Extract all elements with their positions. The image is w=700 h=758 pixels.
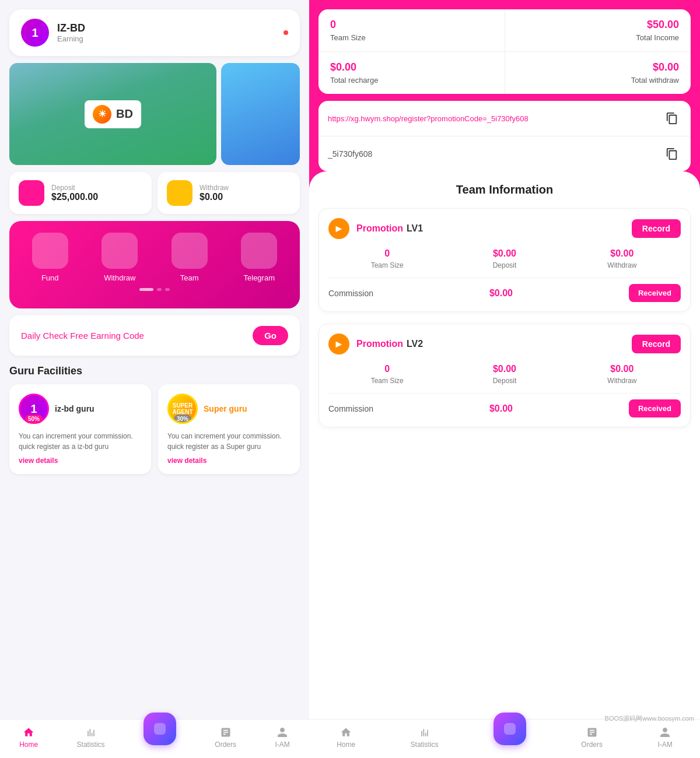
banner-area: ☀ BD [9, 63, 300, 165]
app-subtitle: Earning [57, 34, 85, 43]
izbd-badge: 50% [25, 415, 43, 423]
header-text: IZ-BD Earning [57, 22, 85, 43]
referral-code-text: _5i730fy608 [328, 149, 663, 159]
deposit-icon [19, 180, 44, 206]
total-recharge-cell: $0.00 Total recharge [318, 52, 505, 94]
record-lv1-button[interactable]: Record [632, 219, 681, 238]
nav-center[interactable] [144, 724, 176, 745]
super-guru-card[interactable]: SUPERAGENT 30% Super guru You can increm… [158, 384, 300, 474]
right-nav-center[interactable] [494, 724, 526, 745]
lv2-team-size-value: 0 [328, 364, 446, 374]
right-nav-iam[interactable]: I-AM [657, 727, 672, 749]
nav-home[interactable]: Home [19, 727, 38, 749]
total-withdraw-cell: $0.00 Total withdraw [505, 52, 691, 94]
deposit-amount: $25,000.00 [51, 192, 98, 202]
lv2-team-size-label: Team Size [328, 377, 446, 385]
lv1-commission-label: Commission [328, 289, 373, 298]
right-center-button[interactable] [494, 713, 526, 745]
promo-lv2-header: ► Promotion LV2 Record [328, 334, 681, 355]
deposit-label: Deposit [51, 184, 98, 192]
lv2-withdraw-label: Withdraw [564, 377, 681, 385]
lv1-team-size-label: Team Size [328, 261, 446, 269]
banner-side [221, 63, 300, 165]
app-title: IZ-BD [57, 22, 85, 34]
dot-2 [157, 288, 162, 291]
team-size-cell: 0 Team Size [318, 9, 505, 52]
total-withdraw-value: $0.00 [517, 61, 680, 73]
promo-lv2-title: Promotion [356, 339, 403, 349]
lv1-deposit-label: Deposit [446, 261, 563, 269]
received-lv2-button[interactable]: Received [629, 399, 681, 417]
team-size-label: Team Size [330, 33, 493, 42]
statistics-icon [85, 727, 97, 738]
right-nav-iam-label: I-AM [657, 741, 672, 749]
promo-lv1-title: Promotion [356, 223, 403, 234]
lv1-team-size-value: 0 [328, 248, 446, 259]
lv2-deposit-label: Deposit [446, 377, 563, 385]
withdraw-card[interactable]: Withdraw $0.00 [158, 172, 300, 214]
izbd-view-details[interactable]: view details [19, 457, 142, 465]
notification-dot [284, 30, 288, 35]
copy-link-icon [666, 112, 678, 125]
withdraw-amount: $0.00 [200, 192, 229, 202]
nav-iam[interactable]: I-AM [275, 727, 289, 749]
pink-banner: Fund Withdraw Team Telegram [9, 221, 300, 308]
right-white-section: Team Information ► Promotion LV1 Record … [309, 171, 700, 719]
deposit-card[interactable]: Deposit $25,000.00 [9, 172, 152, 214]
nav-orders[interactable]: Orders [215, 727, 236, 749]
super-view-details[interactable]: view details [167, 457, 290, 465]
lv2-commission-value: $0.00 [489, 403, 513, 414]
super-guru-header: SUPERAGENT 30% Super guru [167, 394, 290, 424]
referral-link-text: https://xg.hwym.shop/register?promotionC… [328, 114, 663, 123]
left-panel: 1 IZ-BD Earning ☀ BD Deposit $25,000.00 [0, 0, 309, 758]
promo-lv2-commission-row: Commission $0.00 Received [328, 393, 681, 417]
banner-main: ☀ BD [9, 63, 216, 165]
copy-link-button[interactable] [663, 109, 681, 128]
promotion-lv1-card: ► Promotion LV1 Record 0 Team Size $0.00… [318, 208, 691, 312]
withdraw-item[interactable]: Withdraw [102, 233, 138, 282]
right-nav-orders[interactable]: Orders [581, 727, 603, 749]
nav-statistics[interactable]: Statistics [77, 727, 105, 749]
lv2-team-size: 0 Team Size [328, 364, 446, 385]
referral-card: https://xg.hwym.shop/register?promotionC… [318, 101, 691, 171]
record-lv2-button[interactable]: Record [632, 335, 681, 353]
stats-row-2: $0.00 Total recharge $0.00 Total withdra… [318, 52, 691, 94]
watermark: BOOS源码网www.boosym.com [605, 714, 694, 723]
promotion-lv2-card: ► Promotion LV2 Record 0 Team Size $0.00… [318, 324, 691, 427]
izbd-guru-card[interactable]: 1 50% iz-bd guru You can increment your … [9, 384, 151, 474]
telegram-item[interactable]: Telegram [241, 233, 277, 282]
check-code-text: Daily Check Free Earning Code [21, 331, 144, 341]
go-button[interactable]: Go [253, 326, 288, 345]
total-income-value: $50.00 [517, 19, 680, 31]
lv1-withdraw-label: Withdraw [564, 261, 681, 269]
team-info-title: Team Information [318, 183, 691, 196]
guru-cards: 1 50% iz-bd guru You can increment your … [9, 384, 300, 474]
bd-sign: ☀ BD [85, 100, 141, 128]
right-profile-icon [659, 727, 671, 738]
app-logo: 1 [21, 19, 49, 47]
promo-lv2-level: LV2 [407, 339, 423, 349]
fund-item[interactable]: Fund [32, 233, 68, 282]
stats-card: 0 Team Size $50.00 Total Income $0.00 To… [318, 9, 691, 94]
pink-banner-icons: Fund Withdraw Team Telegram [15, 233, 294, 282]
deposit-info: Deposit $25,000.00 [51, 184, 98, 202]
telegram-label: Telegram [244, 273, 275, 282]
referral-link-row: https://xg.hwym.shop/register?promotionC… [318, 101, 691, 136]
received-lv1-button[interactable]: Received [629, 284, 681, 302]
izbd-guru-header: 1 50% iz-bd guru [19, 394, 142, 424]
center-button[interactable] [144, 713, 176, 745]
copy-code-button[interactable] [663, 145, 681, 163]
lv2-commission-label: Commission [328, 404, 373, 413]
team-item[interactable]: Team [172, 233, 208, 282]
promo-lv1-chevron: ► [328, 218, 349, 239]
withdraw-menu-icon [102, 233, 138, 269]
super-guru-avatar: SUPERAGENT 30% [167, 394, 198, 424]
right-nav-statistics[interactable]: Statistics [411, 727, 439, 749]
right-nav-home[interactable]: Home [337, 727, 355, 749]
promo-lv1-commission-row: Commission $0.00 Received [328, 278, 681, 302]
withdraw-info: Withdraw $0.00 [200, 184, 229, 202]
dot-1 [139, 288, 153, 291]
check-code-card: Daily Check Free Earning Code Go [9, 315, 300, 356]
total-income-label: Total Income [517, 33, 680, 42]
nav-orders-label: Orders [215, 741, 236, 749]
